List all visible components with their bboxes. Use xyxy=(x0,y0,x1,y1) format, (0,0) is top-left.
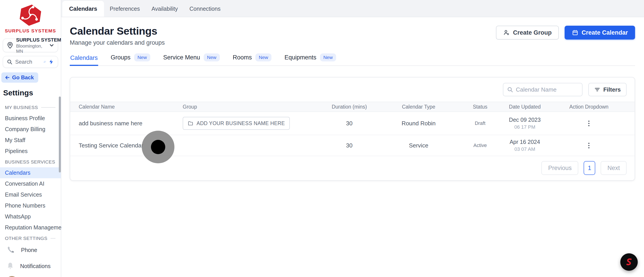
date-updated-date: Dec 09 2023 xyxy=(498,117,552,123)
calendar-name-search[interactable] xyxy=(503,83,582,96)
go-back-label: Go Back xyxy=(12,74,34,81)
next-page-button[interactable]: Next xyxy=(600,161,626,175)
support-fab-logo-icon xyxy=(624,257,634,267)
card-toolbar: Filters xyxy=(70,77,634,102)
cursor-highlight-overlay xyxy=(142,131,174,163)
create-group-label: Create Group xyxy=(513,29,552,36)
sidebar: SURPLUS SYSTEMS SURPLUS SYSTEM... Bloomi… xyxy=(0,0,61,277)
sidebar-item-phone-numbers[interactable]: Phone Numbers xyxy=(0,200,61,211)
top-tab-connections[interactable]: Connections xyxy=(184,1,226,17)
calendar-icon xyxy=(572,29,578,36)
sidebar-item-business-profile[interactable]: Business Profile xyxy=(0,113,61,124)
page-header: Calendar Settings Manage your calendars … xyxy=(61,17,644,46)
brand-logo-icon xyxy=(17,3,44,27)
filter-icon xyxy=(594,86,600,93)
tab-service-menu-label: Service Menu xyxy=(163,54,200,61)
filters-button[interactable]: Filters xyxy=(588,83,626,96)
previous-page-button[interactable]: Previous xyxy=(541,161,578,175)
col-calendar-type: Calendar Type xyxy=(375,104,462,110)
notifications-label: Notifications xyxy=(20,263,50,270)
sidebar-item-company-billing[interactable]: Company Billing xyxy=(0,124,61,135)
top-tab-preferences[interactable]: Preferences xyxy=(104,1,146,17)
sidebar-item-email-services[interactable]: Email Services xyxy=(0,189,61,200)
tab-equipments[interactable]: Equipments New xyxy=(284,52,336,65)
sidebar-scrollbar[interactable] xyxy=(59,96,61,172)
group-chip[interactable]: ADD YOUR BUSINESS NAME HERE xyxy=(183,117,290,130)
sidebar-footer: Phone Notifications KS Profile xyxy=(0,244,61,277)
sub-tab-bar: Calendars Groups New Service Menu New Ro… xyxy=(70,52,635,66)
folder-icon xyxy=(188,120,194,126)
phone-icon xyxy=(6,245,16,255)
tab-service-menu[interactable]: Service Menu New xyxy=(163,52,220,65)
row-actions-button[interactable] xyxy=(586,141,591,150)
tab-calendars-label: Calendars xyxy=(70,54,98,61)
calendars-card: Filters Calendar Name Group Duration (mi… xyxy=(70,77,635,181)
notifications-menu-item[interactable]: Notifications xyxy=(6,260,61,272)
calendar-type-cell: Round Robin xyxy=(375,120,462,127)
section-label-my-business: MY BUSINESS xyxy=(0,102,61,113)
col-date-updated: Date Updated xyxy=(498,104,552,110)
create-calendar-label: Create Calendar xyxy=(582,29,628,36)
col-action-dropdown: Action Dropdown xyxy=(552,104,626,110)
search-icon xyxy=(507,86,513,93)
tab-groups[interactable]: Groups New xyxy=(110,52,151,65)
page-title: Calendar Settings xyxy=(70,25,165,37)
sidebar-item-reputation-management[interactable]: Reputation Management xyxy=(0,222,61,233)
tab-calendars[interactable]: Calendars xyxy=(70,53,98,66)
sidebar-item-calendars[interactable]: Calendars xyxy=(0,167,61,178)
group-chip-label: ADD YOUR BUSINESS NAME HERE xyxy=(196,120,285,126)
top-tab-bar: Calendars Preferences Availability Conne… xyxy=(61,0,644,17)
new-badge: New xyxy=(255,53,272,61)
tab-rooms-label: Rooms xyxy=(233,54,252,61)
sidebar-item-pipelines[interactable]: Pipelines xyxy=(0,146,61,157)
filters-label: Filters xyxy=(603,86,621,93)
new-badge: New xyxy=(204,53,220,61)
top-tab-availability[interactable]: Availability xyxy=(146,1,184,17)
status-cell: Active xyxy=(462,143,498,148)
go-back-button[interactable]: Go Back xyxy=(1,72,38,83)
col-duration: Duration (mins) xyxy=(324,104,375,110)
duration-cell: 30 xyxy=(324,142,375,149)
location-name: SURPLUS SYSTEM... xyxy=(16,37,46,43)
profile-menu-item[interactable]: KS Profile xyxy=(6,276,61,277)
quick-actions-bolt-icon[interactable] xyxy=(43,58,54,65)
row-actions-button[interactable] xyxy=(586,119,591,128)
bell-icon xyxy=(6,262,15,271)
sidebar-search[interactable] xyxy=(3,56,58,68)
col-group: Group xyxy=(183,104,324,110)
create-group-button[interactable]: Create Group xyxy=(496,26,559,39)
page-subtitle: Manage your calendars and groups xyxy=(70,39,165,46)
profile-avatar: KS xyxy=(6,276,18,277)
sidebar-search-input[interactable] xyxy=(15,59,40,65)
col-calendar-name: Calendar Name xyxy=(79,104,183,110)
brand-name: SURPLUS SYSTEMS xyxy=(5,28,56,33)
sidebar-item-whatsapp[interactable]: WhatsApp xyxy=(0,211,61,222)
date-updated-date: Apr 16 2024 xyxy=(498,139,552,145)
top-tab-calendars[interactable]: Calendars xyxy=(62,1,104,17)
table-header-row: Calendar Name Group Duration (mins) Cale… xyxy=(70,102,634,112)
create-calendar-button[interactable]: Create Calendar xyxy=(564,26,635,39)
phone-menu-item[interactable]: Phone xyxy=(6,244,61,256)
tab-rooms[interactable]: Rooms New xyxy=(232,52,272,65)
support-fab[interactable] xyxy=(620,253,638,271)
arrow-left-icon xyxy=(4,75,10,80)
calendar-name-cell: add business name here xyxy=(79,120,183,127)
location-city: Bloomington, MN xyxy=(16,43,46,54)
duration-cell: 30 xyxy=(324,120,375,127)
tab-equipments-label: Equipments xyxy=(284,54,316,61)
user-plus-icon xyxy=(503,29,510,36)
pagination-page-1[interactable]: 1 xyxy=(584,161,595,175)
chevron-down-icon xyxy=(49,42,54,48)
phone-label: Phone xyxy=(21,247,37,253)
location-selector[interactable]: SURPLUS SYSTEM... Bloomington, MN xyxy=(3,38,58,52)
search-icon xyxy=(7,59,12,65)
sidebar-item-my-staff[interactable]: My Staff xyxy=(0,135,61,146)
map-pin-icon xyxy=(6,41,14,49)
status-cell: Draft xyxy=(462,120,498,126)
calendar-name-search-input[interactable] xyxy=(516,86,578,93)
tab-groups-label: Groups xyxy=(111,54,130,61)
new-badge: New xyxy=(134,53,150,61)
settings-nav: MY BUSINESS Business Profile Company Bil… xyxy=(0,102,61,244)
date-updated-time: 03 07 AM xyxy=(498,146,552,152)
sidebar-item-conversation-ai[interactable]: Conversation AI xyxy=(0,178,61,189)
